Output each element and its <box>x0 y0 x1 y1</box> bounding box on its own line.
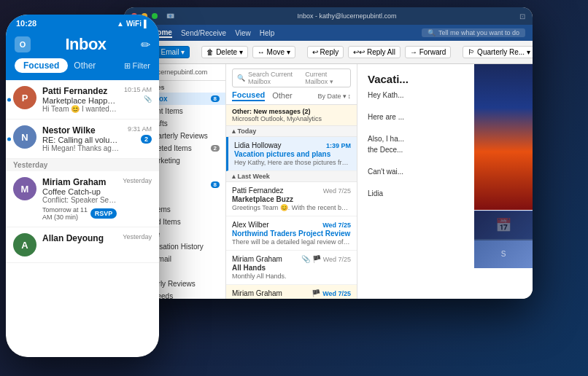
email-subject: Northwind Traders Project Review <box>232 230 351 238</box>
email-date: Wed 7/25 <box>323 256 351 263</box>
email-subject: RE: Calling all volunteers <box>42 136 122 144</box>
list-item[interactable]: N Nestor Wilke RE: Calling all volunteer… <box>6 120 159 159</box>
search-icon: 🔍 <box>237 74 245 82</box>
email-item-header: Lidia Holloway 1:39 PM <box>234 141 351 149</box>
rsvp-button[interactable]: RSVP <box>90 208 117 219</box>
email-subject: Coffee Catch-up <box>42 187 117 196</box>
email-meta: 🏴 Wed 7/25 <box>312 289 351 297</box>
phone-header: O Inbox ✏ Focused Other ⊞ Filter <box>6 31 159 80</box>
email-time: 10:15 AM <box>124 86 152 93</box>
search-icon: 🔍 <box>428 29 436 36</box>
phone-filter-btn[interactable]: ⊞ Filter <box>124 61 151 71</box>
avatar: N <box>13 125 36 149</box>
email-meta: 9:31 AM 2 <box>128 125 152 144</box>
menu-help[interactable]: Help <box>260 29 275 37</box>
attachment-icon: 📎 <box>144 95 152 103</box>
tell-me-search[interactable]: 🔍 Tell me what you want to do <box>422 28 525 37</box>
list-item[interactable]: Alex Wilber Wed 7/25 Northwind Traders P… <box>226 216 357 251</box>
email-body: Allan Deyoung <box>42 233 117 243</box>
sort-selector[interactable]: By Date ▾ ↕ <box>317 93 351 100</box>
menu-send-receive[interactable]: Send/Receive <box>181 29 226 37</box>
email-time: Yesterday <box>123 177 152 184</box>
phone-compose-icon[interactable]: ✏ <box>141 38 150 52</box>
menu-view[interactable]: View <box>235 29 251 37</box>
outlook-menubar: File Home Send/Receive View Help 🔍 Tell … <box>124 25 533 41</box>
email-sender: Miriam Graham <box>232 255 282 263</box>
phone-tab-focused[interactable]: Focused <box>15 58 68 73</box>
move-button[interactable]: ↔ Move ▾ <box>252 46 295 58</box>
list-item[interactable]: A Allan Deyoung Yesterday <box>6 227 159 263</box>
email-subject: Vacation pictures and plans <box>234 150 351 158</box>
email-subject: Marketing Strategy <box>232 298 351 299</box>
phone-tab-other[interactable]: Other <box>74 60 96 71</box>
reading-pane-image: 📅 S <box>474 64 533 299</box>
email-item-header: Patti Fernandez Wed 7/25 <box>232 187 351 195</box>
list-item[interactable]: Lidia Holloway 1:39 PM Vacation pictures… <box>226 137 357 171</box>
sort-order-icon: ↕ <box>348 93 352 100</box>
delete-button[interactable]: 🗑 Delete ▾ <box>201 46 247 58</box>
outlook-main: kathy@lucernepubintl.com ▾ Favorites 📥 I… <box>124 64 533 299</box>
quarterly-review-button[interactable]: 🏳 Quarterly Re... ▾ <box>463 46 533 58</box>
email-sender: Miriam Graham <box>232 289 282 297</box>
email-subject: Marketplace Happenings <box>42 96 118 105</box>
list-item[interactable]: Miriam Graham 🏴 Wed 7/25 Marketing Strat… <box>226 285 357 299</box>
outlook-ribbon: ✉ New Email ▾ 🗑 Delete ▾ ↔ Move ▾ ↩ Repl… <box>124 41 533 64</box>
today-separator: ▴ Today <box>226 126 357 137</box>
city-image <box>474 64 533 210</box>
tab-focused[interactable]: Focused <box>232 90 265 101</box>
email-meta: 10:15 AM 📎 <box>124 86 152 103</box>
inbox-badge: 8 <box>211 95 220 102</box>
titlebar-email: Inbox - kathy@lucernepubintl.com <box>297 12 396 20</box>
email-preview: Hi Megan! Thanks again for setting this … <box>42 144 122 152</box>
email-meta: 📎 🏴 Wed 7/25 <box>301 255 351 263</box>
forward-button[interactable]: → Forward <box>405 46 451 58</box>
reply-all-button[interactable]: ↩↩ Reply All <box>348 46 401 58</box>
titlebar-expand[interactable]: ⊡ <box>519 12 525 20</box>
list-item[interactable]: Patti Fernandez Wed 7/25 Marketplace Buz… <box>226 182 357 216</box>
email-meta: Yesterday <box>123 177 152 184</box>
email-preview: Hey Kathy, Here are those pictures from … <box>234 159 351 166</box>
flag-icon: 🏴 <box>312 255 321 263</box>
email-preview: Monthly All Hands. <box>232 273 351 280</box>
email-sender: Alex Wilber <box>232 221 269 229</box>
focused-other-tabs: Focused Other By Date ▾ ↕ <box>232 90 351 101</box>
email-subject: Marketplace Buzz <box>232 195 351 203</box>
current-mailbox-selector[interactable]: Current Mailbox ▾ <box>305 71 346 85</box>
email-sender: Nestor Wilke <box>42 125 122 136</box>
image-label: S <box>501 250 506 258</box>
email-date: Wed 7/25 <box>322 290 351 297</box>
reply-button[interactable]: ↩ Reply <box>307 46 344 58</box>
sort-chevron: ▾ <box>343 93 347 100</box>
phone-status-bar: 10:28 ▲WiFi▌ <box>6 15 159 31</box>
list-item[interactable]: P Patti Fernandez Marketplace Happenings… <box>6 80 159 120</box>
email-body: Patti Fernandez Marketplace Happenings H… <box>42 86 118 113</box>
email-subject: All Hands <box>232 264 351 272</box>
outlook-reading-pane: Vacati... Hey Kath... Here are ... Also,… <box>357 64 533 299</box>
email-time: 9:31 AM <box>128 125 152 133</box>
email-item-header: Alex Wilber Wed 7/25 <box>232 221 351 229</box>
email-preview: Conflict: Speaker Series: Women in ... <box>42 196 117 204</box>
email-time: Yesterday <box>123 233 152 240</box>
list-item[interactable]: M Miriam Graham Coffee Catch-up Conflict… <box>6 171 159 227</box>
phone-device: 10:28 ▲WiFi▌ O Inbox ✏ Focused Other ⊞ F… <box>6 15 159 357</box>
tablet-device: 📧 Inbox - kathy@lucernepubintl.com ⊡ Fil… <box>124 7 533 299</box>
email-body: Nestor Wilke RE: Calling all volunteers … <box>42 125 122 152</box>
phone-inbox-title: Inbox <box>65 35 106 54</box>
sort-label: By Date <box>317 93 341 100</box>
email-list-header: 🔍 Search Current Mailbox Current Mailbox… <box>226 64 357 105</box>
email-sender: Patti Fernandez <box>42 86 118 96</box>
last-week-separator: ▴ Last Week <box>226 171 357 182</box>
horizon-overlay <box>474 211 533 240</box>
flag-icon: 🏴 <box>312 289 320 297</box>
email-meta: Yesterday <box>123 233 152 240</box>
list-item[interactable]: Miriam Graham 📎 🏴 Wed 7/25 All Hands Mon… <box>226 251 357 285</box>
search-bar[interactable]: 🔍 Search Current Mailbox Current Mailbox… <box>232 68 351 87</box>
tell-me-text: Tell me what you want to do <box>438 29 519 36</box>
maximize-dot[interactable] <box>152 13 158 19</box>
folder-badge: 8 <box>211 181 220 188</box>
other-count-label: Other: New messages (2) <box>232 108 311 115</box>
tertiary-image: S <box>474 239 533 268</box>
other-messages-banner[interactable]: Other: New messages (2) Microsoft Outloo… <box>226 105 357 126</box>
tab-other[interactable]: Other <box>272 91 293 101</box>
tablet-screen: 📧 Inbox - kathy@lucernepubintl.com ⊡ Fil… <box>124 7 533 299</box>
